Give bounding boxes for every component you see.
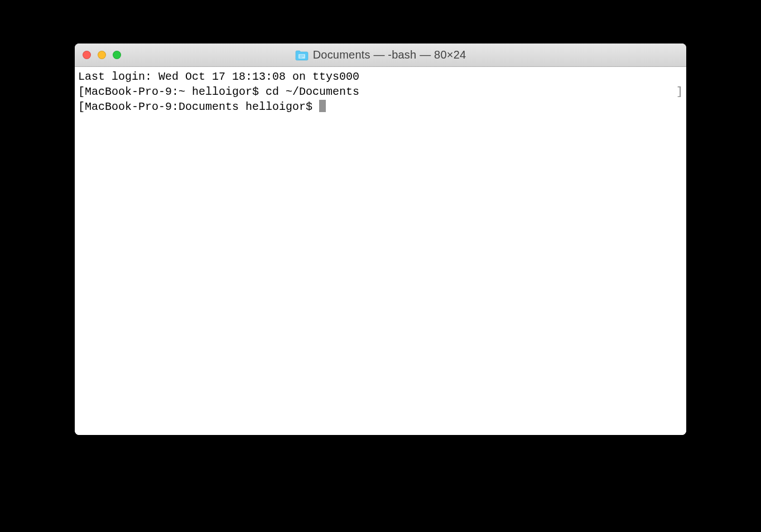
minimize-button[interactable] <box>98 51 106 59</box>
zoom-button[interactable] <box>113 51 121 59</box>
traffic-lights <box>75 51 121 59</box>
prompt-text: MacBook-Pro-9:Documents helloigor$ <box>85 100 319 113</box>
cursor <box>319 100 326 112</box>
titlebar[interactable]: Documents — -bash — 80×24 <box>75 43 686 67</box>
terminal-line: Last login: Wed Oct 17 18:13:08 on ttys0… <box>78 69 683 84</box>
bracket-open: [ <box>78 100 85 113</box>
close-button[interactable] <box>83 51 91 59</box>
terminal-window: Documents — -bash — 80×24 Last login: We… <box>75 43 686 435</box>
terminal-content[interactable]: Last login: Wed Oct 17 18:13:08 on ttys0… <box>75 67 686 435</box>
window-title: Documents — -bash — 80×24 <box>313 49 466 61</box>
terminal-line: [MacBook-Pro-9:~ helloigor$ cd ~/Documen… <box>78 84 683 99</box>
command-text: cd ~/Documents <box>266 85 359 98</box>
title-area: Documents — -bash — 80×24 <box>75 49 686 61</box>
prompt-text: MacBook-Pro-9:~ helloigor$ <box>85 85 266 98</box>
last-login-text: Last login: Wed Oct 17 18:13:08 on ttys0… <box>78 70 359 83</box>
folder-icon <box>295 50 309 61</box>
bracket-close: ] <box>676 84 683 99</box>
terminal-line: [MacBook-Pro-9:Documents helloigor$ <box>78 99 683 114</box>
bracket-open: [ <box>78 85 85 98</box>
